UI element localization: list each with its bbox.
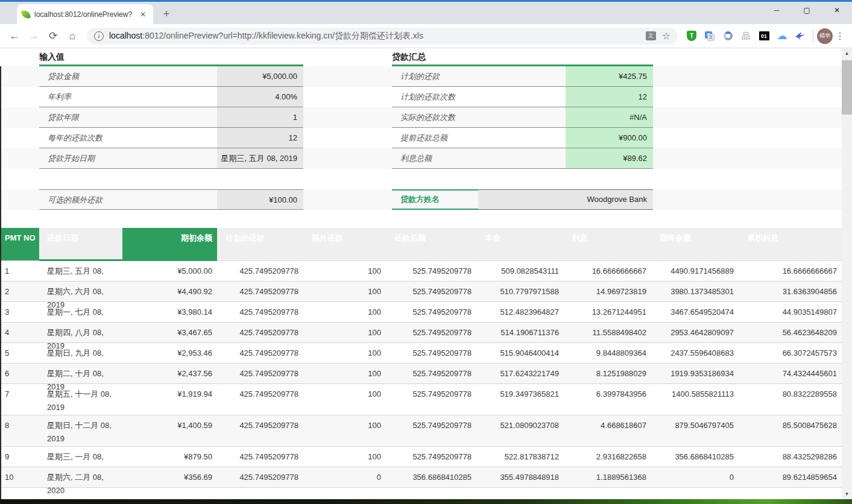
table-cell: 星期日, 九月 08, 2019 — [39, 343, 122, 364]
table-cell: 16.6666666667 — [564, 261, 651, 282]
table-cell: 3980.1373485301 — [651, 282, 739, 302]
table-cell: 星期二, 十月 08, 2019 — [39, 364, 122, 384]
url-path: :8012/onlinePreview?url=http://kkfilevie… — [142, 31, 423, 40]
profile-avatar[interactable]: 精华 — [817, 28, 833, 44]
table-cell: 1.1889561368 — [564, 467, 651, 488]
data-row: 计划的还款次数12 — [392, 87, 653, 107]
lender-label: 贷款方姓名 — [392, 189, 478, 210]
data-row: 实际的还款次数#N/A — [392, 107, 653, 128]
row-value: ¥5,000.00 — [217, 66, 303, 86]
column-header: 期终余额 — [651, 228, 739, 261]
table-cell: ¥5,000.00 — [122, 261, 217, 282]
ring-extension-icon[interactable] — [720, 28, 736, 45]
row-value: 1 — [217, 107, 303, 127]
url-text: localhost:8012/onlinePreview?url=http://… — [109, 31, 641, 42]
reload-button[interactable]: ⟳ — [45, 28, 62, 45]
table-row: 6星期二, 十月 08, 2019¥2,437.56425.7495209778… — [0, 364, 842, 384]
column-header: 计划的还款 — [217, 228, 303, 261]
table-cell: 510.7797971588 — [476, 282, 564, 302]
browser-menu-icon[interactable]: ⋮ — [833, 30, 847, 42]
table-cell: 13.2671244951 — [564, 302, 651, 323]
table-row: 9星期三, 一月 08, 2020¥879.50425.749520977810… — [0, 447, 842, 467]
column-header: 还款日期 — [39, 228, 122, 261]
maximize-button[interactable]: ▢ — [792, 0, 822, 20]
row-value: ¥89.62 — [566, 148, 653, 168]
table-cell: 16.6666666667 — [739, 261, 842, 282]
table-cell: 425.7495209778 — [217, 282, 303, 302]
row-value: 4.00% — [217, 87, 303, 107]
table-cell: 10 — [0, 467, 39, 488]
row-label: 每年的还款次数 — [39, 128, 217, 148]
table-cell: 1 — [0, 261, 39, 282]
table-cell: 514.1906711376 — [476, 323, 564, 343]
home-button[interactable]: ⌂ — [64, 28, 81, 45]
table-cell: 425.7495209778 — [217, 384, 303, 415]
table-row: 10星期六, 二月 08, 2020¥356.69425.74952097780… — [0, 467, 842, 488]
column-header: 额外还款 — [303, 228, 386, 261]
table-cell: ¥3,467.65 — [122, 323, 217, 343]
table-cell: 4490.9171456889 — [651, 261, 739, 282]
extra-payment-row: 可选的额外还款 ¥100.00 — [39, 189, 303, 210]
window-controls: ─ ▢ ✕ — [762, 0, 852, 24]
table-row: 1星期三, 五月 08, 2019¥5,000.00425.7495209778… — [0, 261, 842, 282]
new-tab-button[interactable]: + — [158, 5, 175, 22]
cloud-extension-icon[interactable]: ☁ — [774, 28, 790, 45]
table-cell: 44.9035149807 — [739, 302, 842, 323]
minimize-button[interactable]: ─ — [762, 0, 792, 20]
table-cell: 100 — [303, 302, 386, 323]
sitemap-extension-icon[interactable]: 品 — [738, 28, 754, 45]
table-row: 4星期四, 八月 08, 2019¥3,467.65425.7495209778… — [0, 323, 842, 343]
scrollbar-thumb[interactable] — [842, 60, 852, 115]
address-bar[interactable]: i localhost:8012/onlinePreview?url=http:… — [87, 28, 678, 45]
bookmark-star-icon[interactable]: ☆ — [662, 30, 671, 42]
data-row: 利息总额¥89.62 — [392, 148, 653, 169]
row-label: 贷款年限 — [39, 107, 217, 127]
table-cell: 星期六, 六月 08, 2019 — [39, 282, 122, 302]
row-label: 可选的额外还款 — [39, 190, 217, 209]
table-cell: 3 — [0, 302, 39, 323]
translate-extension-icon[interactable]: G文 — [702, 28, 718, 45]
page-info-icon[interactable]: i — [94, 31, 104, 41]
table-cell: 66.3072457573 — [739, 343, 842, 364]
table-cell: ¥3,980.14 — [122, 302, 217, 323]
table-cell: 7 — [0, 384, 39, 415]
file-preview-content: 输入值 贷款金额¥5,000.00年利率4.00%贷款年限1每年的还款次数12贷… — [0, 48, 852, 504]
close-button[interactable]: ✕ — [822, 0, 852, 20]
table-cell: 525.7495209778 — [386, 261, 476, 282]
table-cell: 525.7495209778 — [386, 323, 476, 343]
table-cell: 356.6868410285 — [386, 467, 476, 488]
table-cell: 517.6243221749 — [476, 364, 564, 384]
row-value: ¥100.00 — [217, 190, 303, 209]
table-cell: 74.4324445601 — [739, 364, 842, 384]
table-cell: 100 — [303, 323, 386, 343]
table-cell: ¥1,919.94 — [122, 384, 217, 415]
row-value: 12 — [217, 128, 303, 148]
bird-extension-icon[interactable] — [792, 28, 808, 45]
vertical-scrollbar[interactable]: ▲ ▼ — [842, 48, 852, 499]
table-cell: 525.7495209778 — [386, 447, 476, 467]
scroll-down-arrow-icon[interactable]: ▼ — [842, 489, 852, 499]
row-value: 12 — [566, 87, 653, 107]
scroll-up-arrow-icon[interactable]: ▲ — [842, 48, 852, 58]
table-cell: 85.5008475628 — [739, 415, 842, 447]
table-cell: 425.7495209778 — [217, 467, 303, 488]
table-cell: 89.6214859654 — [739, 467, 842, 488]
01-badge-extension-icon[interactable]: 01 — [756, 28, 772, 45]
table-cell: 425.7495209778 — [217, 323, 303, 343]
table-cell: 88.4325298286 — [739, 447, 842, 467]
table-cell: 425.7495209778 — [217, 415, 303, 447]
back-button[interactable]: ← — [6, 28, 23, 45]
table-cell: 星期一, 七月 08, 2019 — [39, 302, 122, 323]
table-cell: 5 — [0, 343, 39, 364]
browser-tab[interactable]: localhost:8012/onlinePreview? ✕ — [17, 4, 153, 24]
column-header: PMT NO — [0, 228, 39, 261]
shield-extension-icon[interactable]: T — [684, 28, 699, 45]
page-background-strip — [0, 499, 852, 504]
table-row: 7星期五, 十一月 08, 2019¥1,919.94425.749520977… — [0, 384, 842, 415]
forward-button[interactable]: → — [25, 28, 42, 45]
translate-page-icon[interactable]: 文 — [646, 31, 656, 40]
row-value: #N/A — [566, 107, 653, 127]
table-cell: 1919.9353186934 — [651, 364, 739, 384]
table-cell: ¥356.69 — [122, 467, 217, 488]
tab-close-icon[interactable]: ✕ — [137, 9, 148, 20]
